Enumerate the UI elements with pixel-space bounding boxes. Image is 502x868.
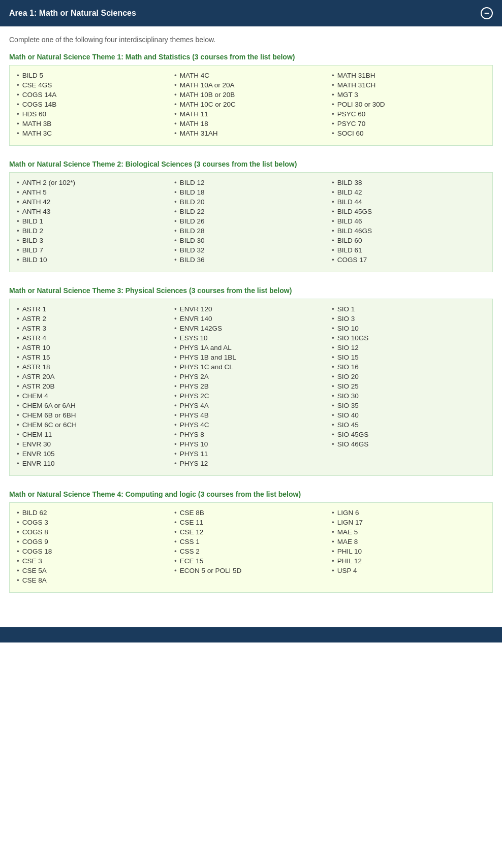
course-item: BILD 28	[174, 227, 328, 235]
course-column-theme1-0: BILD 5CSE 4GSCOGS 14ACOGS 14BHDS 60MATH …	[15, 72, 172, 139]
theme-title-theme4: Math or Natural Science Theme 4: Computi…	[9, 490, 493, 498]
course-item: LIGN 17	[332, 519, 485, 526]
course-item: CHEM 4	[17, 392, 170, 400]
course-item: COGS 17	[332, 256, 485, 264]
course-item: MATH 10B or 20B	[174, 91, 328, 99]
theme-section-theme1: Math or Natural Science Theme 1: Math an…	[9, 53, 493, 146]
course-item: MATH 11	[174, 110, 328, 118]
course-item: MATH 31BH	[332, 72, 485, 79]
course-item: PHYS 11	[174, 450, 328, 458]
course-item: BILD 1	[17, 217, 170, 225]
course-item: PHYS 2A	[174, 373, 328, 380]
course-item: BILD 10	[17, 256, 170, 264]
course-item: PHYS 8	[174, 431, 328, 438]
course-item: BILD 46GS	[332, 227, 485, 235]
course-item: COGS 18	[17, 548, 170, 555]
course-item: BILD 30	[174, 237, 328, 244]
course-item: SIO 3	[332, 315, 485, 323]
course-item: MAE 8	[332, 538, 485, 545]
theme-section-theme2: Math or Natural Science Theme 2: Biologi…	[9, 160, 493, 272]
course-item: PHYS 2B	[174, 382, 328, 390]
course-item: CSE 4GS	[17, 81, 170, 89]
course-item: ENVR 142GS	[174, 325, 328, 332]
course-column-theme3-2: SIO 1SIO 3SIO 10SIO 10GSSIO 12SIO 15SIO …	[330, 305, 487, 469]
course-item: MATH 31CH	[332, 81, 485, 89]
course-item: BILD 26	[174, 217, 328, 225]
header-title: Area 1: Math or Natural Sciences	[9, 9, 136, 18]
course-item: ESYS 10	[174, 334, 328, 342]
course-item: ANTH 5	[17, 188, 170, 196]
course-item: ENVR 105	[17, 450, 170, 458]
course-column-theme2-2: BILD 38BILD 42BILD 44BILD 45GSBILD 46BIL…	[330, 179, 487, 266]
course-item: SIO 10	[332, 325, 485, 332]
course-column-theme1-1: MATH 4CMATH 10A or 20AMATH 10B or 20BMAT…	[172, 72, 330, 139]
course-item: SOCI 60	[332, 130, 485, 137]
themes-container: Math or Natural Science Theme 1: Math an…	[9, 53, 493, 593]
header: Area 1: Math or Natural Sciences −	[0, 0, 502, 26]
course-item: CSE 8A	[17, 576, 170, 584]
course-item: BILD 44	[332, 198, 485, 206]
theme-section-theme3: Math or Natural Science Theme 3: Physica…	[9, 286, 493, 476]
course-item: CHEM 11	[17, 431, 170, 438]
course-item: PHYS 2C	[174, 392, 328, 400]
course-item: CSS 1	[174, 538, 328, 545]
course-item: BILD 38	[332, 179, 485, 186]
course-item: BILD 2	[17, 227, 170, 235]
course-item: CSE 3	[17, 557, 170, 565]
theme-section-theme4: Math or Natural Science Theme 4: Computi…	[9, 490, 493, 593]
course-item: ASTR 18	[17, 363, 170, 371]
course-item: ASTR 4	[17, 334, 170, 342]
course-item: SIO 20	[332, 373, 485, 380]
course-item: SIO 10GS	[332, 334, 485, 342]
course-item: BILD 3	[17, 237, 170, 244]
theme-title-theme2: Math or Natural Science Theme 2: Biologi…	[9, 160, 493, 168]
course-item: MATH 18	[174, 120, 328, 127]
course-item: SIO 30	[332, 392, 485, 400]
course-item: BILD 7	[17, 246, 170, 254]
course-item: ASTR 1	[17, 305, 170, 313]
course-item: PHYS 4B	[174, 411, 328, 419]
course-item: SIO 40	[332, 411, 485, 419]
course-item: COGS 8	[17, 528, 170, 536]
course-item: ANTH 43	[17, 208, 170, 215]
course-item: BILD 62	[17, 509, 170, 517]
course-item: ANTH 42	[17, 198, 170, 206]
main-content: Complete one of the following four inter…	[0, 26, 502, 622]
collapse-icon: −	[484, 8, 490, 19]
course-item: SIO 1	[332, 305, 485, 313]
course-column-theme4-1: CSE 8BCSE 11CSE 12CSS 1CSS 2ECE 15ECON 5…	[172, 509, 330, 586]
course-item: ASTR 15	[17, 353, 170, 361]
course-item: SIO 12	[332, 344, 485, 351]
course-item: BILD 42	[332, 188, 485, 196]
course-item: ECE 15	[174, 557, 328, 565]
intro-text: Complete one of the following four inter…	[9, 36, 493, 44]
course-column-theme2-0: ANTH 2 (or 102*)ANTH 5ANTH 42ANTH 43BILD…	[15, 179, 172, 266]
course-item: CSS 2	[174, 548, 328, 555]
course-item: CSE 8B	[174, 509, 328, 517]
course-item: PHYS 12	[174, 460, 328, 467]
course-item: ASTR 3	[17, 325, 170, 332]
course-column-theme3-1: ENVR 120ENVR 140ENVR 142GSESYS 10PHYS 1A…	[172, 305, 330, 469]
course-item: SIO 45GS	[332, 431, 485, 438]
course-item: MATH 10A or 20A	[174, 81, 328, 89]
course-item: COGS 14B	[17, 101, 170, 108]
course-item: ASTR 20B	[17, 382, 170, 390]
course-item: PHYS 1B and 1BL	[174, 353, 328, 361]
course-item: SIO 45	[332, 421, 485, 429]
course-item: PSYC 60	[332, 110, 485, 118]
course-item: BILD 32	[174, 246, 328, 254]
course-item: PHIL 12	[332, 557, 485, 565]
course-column-theme1-2: MATH 31BHMATH 31CHMGT 3POLI 30 or 30DPSY…	[330, 72, 487, 139]
course-item: ASTR 20A	[17, 373, 170, 380]
course-item: CHEM 6B or 6BH	[17, 411, 170, 419]
course-item: BILD 45GS	[332, 208, 485, 215]
course-item: CHEM 6C or 6CH	[17, 421, 170, 429]
course-column-theme4-0: BILD 62COGS 3COGS 8COGS 9COGS 18CSE 3CSE…	[15, 509, 172, 586]
course-item: COGS 14A	[17, 91, 170, 99]
collapse-button[interactable]: −	[481, 7, 493, 19]
course-item: BILD 60	[332, 237, 485, 244]
course-item: ENVR 110	[17, 460, 170, 467]
course-grid-theme4: BILD 62COGS 3COGS 8COGS 9COGS 18CSE 3CSE…	[9, 502, 493, 593]
course-item: PHYS 4A	[174, 402, 328, 409]
course-item: PHYS 1C and CL	[174, 363, 328, 371]
